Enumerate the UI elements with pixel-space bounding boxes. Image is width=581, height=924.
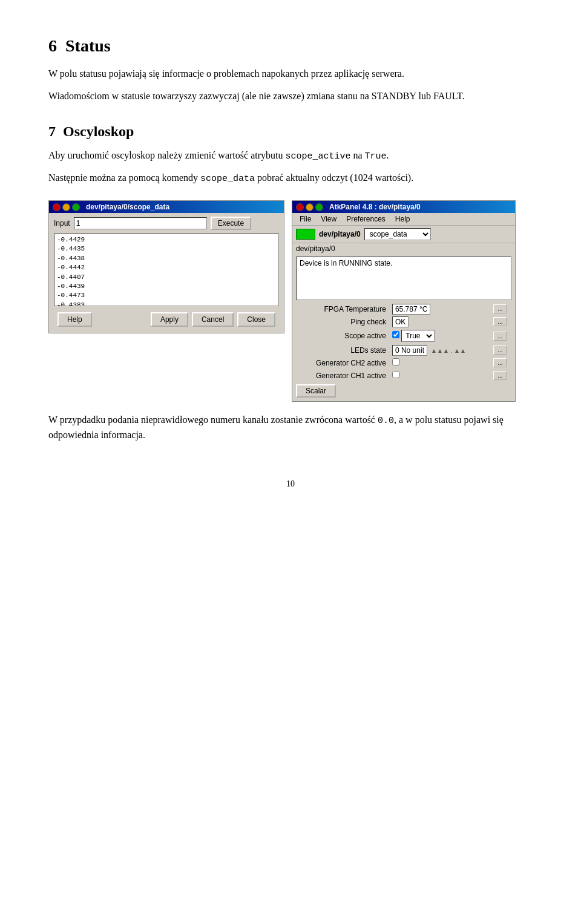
- menu-view[interactable]: View: [316, 214, 341, 224]
- leds-val: 0 No unit: [392, 345, 427, 356]
- menu-help[interactable]: Help: [390, 214, 415, 224]
- prop-scope-active: Scope active True False ...: [292, 328, 515, 344]
- leds-btn[interactable]: ...: [493, 346, 507, 355]
- input-label: Input: [54, 219, 70, 228]
- prop-scope-name: Scope active: [292, 328, 389, 344]
- apply-button[interactable]: Apply: [151, 312, 188, 327]
- menu-file[interactable]: File: [295, 214, 316, 224]
- win-right-buttons: [296, 203, 323, 211]
- section6-heading: 6 Status: [48, 36, 533, 56]
- atk-menubar: File View Preferences Help: [292, 213, 515, 226]
- prop-leds-value: 0 No unit ▲▲▲ . ▲▲: [389, 344, 490, 356]
- section7-heading: 7 Oscyloskop: [48, 123, 533, 140]
- atk-close-btn-icon[interactable]: [296, 203, 304, 211]
- gen-ch2-checkbox[interactable]: [392, 358, 399, 365]
- prop-gen-ch1-value: [389, 369, 490, 382]
- section6-para1: W polu statusu pojawiają się informacje …: [48, 67, 533, 82]
- prop-gen-ch2: Generator CH2 active ...: [292, 356, 515, 369]
- prop-ping-check: Ping check OK ...: [292, 315, 515, 328]
- output-area: -0.4429 -0.4435 -0.4438 -0.4442 -0.4407 …: [54, 234, 279, 306]
- atk-path-row: dev/pitaya/0: [292, 243, 515, 254]
- footer-para: W przypdadku podania nieprawidłowego num…: [48, 413, 533, 443]
- fpga-temp-val: 65.787 °C: [392, 304, 431, 315]
- menu-preferences[interactable]: Preferences: [341, 214, 390, 224]
- atk-cmd-dropdown[interactable]: scope_data: [364, 228, 431, 240]
- atk-status-text: Device is in RUNNING state.: [300, 259, 392, 267]
- scope-input[interactable]: [74, 217, 207, 229]
- atk-toolbar: dev/pitaya/0 scope_data: [292, 226, 515, 243]
- section7-para2: Następnie można za pomocą komendy scope_…: [48, 171, 533, 186]
- prop-leds-btn-cell: ...: [490, 344, 515, 356]
- prop-fpga-temp-name: FPGA Temperature: [292, 303, 389, 315]
- prop-gen-ch1-btn-cell: ...: [490, 369, 515, 382]
- output-line-8: -0.4383: [57, 301, 276, 306]
- screenshots-row: dev/pitaya/0/scope_data Input Execute -0…: [48, 200, 533, 402]
- footer-left-buttons: Help: [57, 312, 92, 327]
- atk-min-btn-icon[interactable]: [306, 203, 313, 211]
- atk-path-label: dev/pitaya/0: [296, 244, 335, 253]
- close-btn-icon[interactable]: [53, 203, 61, 211]
- page-number: 10: [48, 479, 533, 489]
- prop-ping-name: Ping check: [292, 315, 389, 328]
- output-line-4: -0.4442: [57, 263, 276, 272]
- leds-arrows: ▲▲▲ . ▲▲: [429, 347, 466, 354]
- win-atk-panel: AtkPanel 4.8 : dev/pitaya/0 File View Pr…: [292, 200, 516, 402]
- gen-ch2-btn[interactable]: ...: [493, 358, 507, 367]
- atk-props-table: FPGA Temperature 65.787 °C ... Ping chec…: [292, 303, 515, 382]
- win-left-footer: Help Apply Cancel Close: [54, 310, 279, 328]
- input-row: Input Execute: [54, 217, 279, 230]
- cancel-button[interactable]: Cancel: [192, 312, 234, 327]
- prop-gen-ch2-btn-cell: ...: [490, 356, 515, 369]
- max-btn-icon[interactable]: [72, 203, 80, 211]
- prop-ping-btn-cell: ...: [490, 315, 515, 328]
- prop-gen-ch1-name: Generator CH1 active: [292, 369, 389, 382]
- prop-gen-ch2-name: Generator CH2 active: [292, 356, 389, 369]
- win-right-title: AtkPanel 4.8 : dev/pitaya/0: [329, 203, 421, 211]
- prop-leds-name: LEDs state: [292, 344, 389, 356]
- atk-max-btn-icon[interactable]: [315, 203, 323, 211]
- prop-gen-ch2-value: [389, 356, 490, 369]
- scope-active-btn[interactable]: ...: [493, 332, 507, 341]
- prop-scope-btn-cell: ...: [490, 328, 515, 344]
- win-left-body: Input Execute -0.4429 -0.4435 -0.4438 -0…: [49, 213, 284, 333]
- output-line-5: -0.4407: [57, 273, 276, 282]
- win-left-title: dev/pitaya/0/scope_data: [86, 203, 169, 211]
- gen-ch1-btn[interactable]: ...: [493, 371, 507, 380]
- atk-green-indicator: [296, 229, 315, 240]
- prop-fpga-temp: FPGA Temperature 65.787 °C ...: [292, 303, 515, 315]
- atk-status-box: Device is in RUNNING state.: [296, 257, 511, 300]
- prop-ping-value: OK: [389, 315, 490, 328]
- scope-active-checkbox[interactable]: [392, 331, 399, 338]
- win-left-buttons: [53, 203, 80, 211]
- fpga-temp-btn[interactable]: ...: [493, 304, 507, 313]
- section7-para1: Aby uruchomić oscyloskop należy zmienić …: [48, 148, 533, 163]
- true-code: True: [365, 151, 387, 162]
- gen-ch1-checkbox[interactable]: [392, 371, 399, 378]
- output-line-2: -0.4435: [57, 244, 276, 254]
- prop-fpga-temp-value: 65.787 °C: [389, 303, 490, 315]
- prop-scope-value: True False: [389, 328, 490, 344]
- ping-val: OK: [392, 316, 409, 327]
- min-btn-icon[interactable]: [62, 203, 70, 211]
- help-button[interactable]: Help: [57, 312, 92, 327]
- scope-active-code: scope_active: [285, 151, 350, 162]
- section6-para2: Wiadomościom w statusie towarzyszy zazwy…: [48, 89, 533, 104]
- output-line-6: -0.4439: [57, 282, 276, 291]
- output-line-7: -0.4473: [57, 291, 276, 300]
- win-left-titlebar: dev/pitaya/0/scope_data: [49, 201, 284, 213]
- execute-button[interactable]: Execute: [211, 217, 251, 230]
- prop-fpga-temp-btn-cell: ...: [490, 303, 515, 315]
- output-line-1: -0.4429: [57, 235, 276, 244]
- output-line-3: -0.4438: [57, 254, 276, 263]
- scalar-button[interactable]: Scalar: [296, 384, 336, 398]
- scope-active-dropdown[interactable]: True False: [401, 330, 435, 342]
- scope-data-code: scope_data: [200, 174, 255, 184]
- ping-btn[interactable]: ...: [493, 317, 507, 326]
- win-scope-data: dev/pitaya/0/scope_data Input Execute -0…: [48, 200, 284, 333]
- footer-right-buttons: Apply Cancel Close: [151, 312, 275, 327]
- win-right-titlebar: AtkPanel 4.8 : dev/pitaya/0: [292, 201, 515, 213]
- close-button[interactable]: Close: [237, 312, 275, 327]
- atk-device-label: dev/pitaya/0: [319, 230, 361, 238]
- zero-point-zero-code: 0.0: [378, 416, 394, 426]
- prop-leds: LEDs state 0 No unit ▲▲▲ . ▲▲ ...: [292, 344, 515, 356]
